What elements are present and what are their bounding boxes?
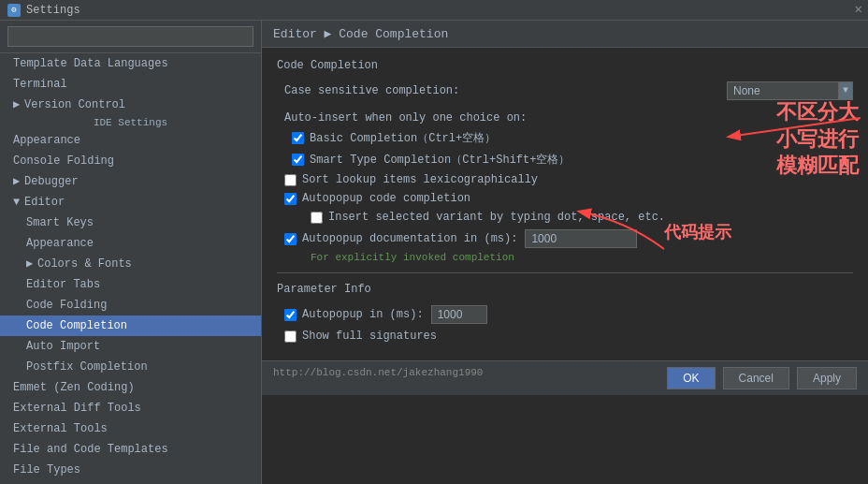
- close-button[interactable]: ✕: [855, 3, 862, 16]
- sidebar-item-appearance[interactable]: Appearance: [0, 233, 261, 254]
- autopopup-code-row: Autopopup code completion: [277, 192, 853, 205]
- autopopup-code-checkbox[interactable]: [284, 193, 297, 205]
- sort-lookup-checkbox[interactable]: [284, 174, 297, 186]
- content-body: Code Completion Case sensitive completio…: [262, 48, 868, 395]
- param-info-title: Parameter Info: [277, 283, 853, 296]
- autopopup-doc-checkbox[interactable]: [284, 233, 297, 245]
- content-header: Editor ▶ Code Completion: [262, 21, 868, 48]
- show-full-sig-label: Show full signatures: [302, 330, 437, 343]
- sidebar-item-code-folding[interactable]: Code Folding: [0, 295, 261, 315]
- sidebar-item-file-types[interactable]: File Types: [0, 460, 261, 480]
- basic-completion-row: Basic Completion（Ctrl+空格）: [277, 130, 853, 146]
- search-bar: [0, 21, 261, 53]
- case-sensitive-row: Case sensitive completion: None First le…: [277, 81, 853, 100]
- sidebar-item-editor-tabs[interactable]: Editor Tabs: [0, 274, 261, 295]
- smart-type-completion-row: Smart Type Completion（Ctrl+Shift+空格）: [277, 152, 853, 168]
- explicit-invocation-hint: For explicitly invoked completion: [277, 252, 853, 263]
- sidebar-item-emmet[interactable]: Emmet (Zen Coding): [0, 377, 261, 398]
- auto-insert-label: Auto-insert when only one choice on:: [277, 111, 853, 125]
- section-title: Code Completion: [277, 59, 853, 72]
- title-bar: ⚙ Settings ✕: [0, 0, 868, 21]
- insert-selected-checkbox[interactable]: [311, 212, 323, 224]
- sidebar-item-version-control[interactable]: ▶Version Control: [0, 95, 261, 115]
- sidebar-item-appearance-top[interactable]: Appearance: [0, 130, 261, 151]
- sidebar-item-general[interactable]: General: [0, 480, 261, 484]
- settings-icon: ⚙: [7, 4, 21, 17]
- url-watermark: http://blog.csdn.net/jakezhang1990: [273, 367, 483, 389]
- section-divider: [277, 272, 853, 273]
- sidebar-item-smart-keys[interactable]: Smart Keys: [0, 213, 261, 233]
- breadcrumb: Editor ▶ Code Completion: [273, 27, 448, 41]
- smart-type-completion-checkbox[interactable]: [292, 154, 304, 166]
- smart-type-completion-label: Smart Type Completion（Ctrl+Shift+空格）: [310, 152, 570, 168]
- window-title: Settings: [26, 4, 80, 17]
- autopopup-doc-input[interactable]: [525, 229, 637, 248]
- sidebar-item-external-tools[interactable]: External Tools: [0, 418, 261, 439]
- chinese-annotation: 不区分大 小写进行 模糊匹配: [776, 99, 859, 180]
- autopopup-code-label: Autopopup code completion: [302, 192, 470, 205]
- sidebar-item-external-diff[interactable]: External Diff Tools: [0, 398, 261, 418]
- case-sensitive-dropdown[interactable]: None First letter All letters: [727, 81, 839, 100]
- sidebar: Template Data Languages Terminal ▶Versio…: [0, 21, 262, 484]
- param-autopopup-row: Autopopup in (ms):: [277, 305, 853, 324]
- sidebar-item-postfix-completion[interactable]: Postfix Completion: [0, 357, 261, 377]
- search-input[interactable]: [7, 26, 253, 47]
- sort-lookup-label: Sort lookup items lexicographically: [302, 173, 538, 186]
- sidebar-item-template-data-languages[interactable]: Template Data Languages: [0, 53, 261, 74]
- sidebar-item-auto-import[interactable]: Auto Import: [0, 336, 261, 357]
- sidebar-item-editor[interactable]: ▼Editor: [0, 192, 261, 213]
- sidebar-item-colors-fonts[interactable]: ▶Colors & Fonts: [0, 254, 261, 274]
- show-full-sig-row: Show full signatures: [277, 330, 853, 343]
- cancel-button[interactable]: Cancel: [723, 367, 789, 389]
- autopopup-doc-label: Autopopup documentation in (ms):: [302, 232, 517, 245]
- case-sensitive-label: Case sensitive completion:: [284, 84, 727, 97]
- apply-button[interactable]: Apply: [797, 367, 857, 389]
- sidebar-item-debugger[interactable]: ▶Debugger: [0, 171, 261, 192]
- ok-button[interactable]: OK: [667, 367, 715, 389]
- ide-settings-label: IDE Settings: [0, 115, 261, 130]
- autopopup-doc-row: Autopopup documentation in (ms):: [277, 229, 853, 248]
- basic-completion-label: Basic Completion（Ctrl+空格）: [310, 130, 496, 146]
- insert-selected-row: Insert selected variant by typing dot, s…: [277, 211, 853, 224]
- insert-selected-label: Insert selected variant by typing dot, s…: [328, 211, 665, 224]
- case-sensitive-dropdown-wrapper: None First letter All letters ▼: [727, 81, 853, 100]
- dropdown-arrow-icon[interactable]: ▼: [839, 81, 853, 100]
- sidebar-item-file-code-templates[interactable]: File and Code Templates: [0, 439, 261, 460]
- bottom-bar: http://blog.csdn.net/jakezhang1990 OK Ca…: [262, 360, 868, 395]
- sort-lookup-row: Sort lookup items lexicographically: [277, 173, 853, 186]
- sidebar-item-console-folding[interactable]: Console Folding: [0, 151, 261, 171]
- param-autopopup-label: Autopopup in (ms):: [302, 308, 424, 321]
- param-autopopup-input[interactable]: [431, 305, 487, 324]
- sidebar-item-terminal[interactable]: Terminal: [0, 74, 261, 95]
- param-autopopup-checkbox[interactable]: [284, 309, 297, 321]
- main-layout: Template Data Languages Terminal ▶Versio…: [0, 21, 868, 484]
- content-area: Editor ▶ Code Completion Code Completion…: [262, 21, 868, 484]
- basic-completion-checkbox[interactable]: [292, 132, 304, 144]
- show-full-sig-checkbox[interactable]: [284, 330, 297, 343]
- sidebar-item-code-completion[interactable]: Code Completion: [0, 315, 261, 336]
- code-hint-annotation: 代码提示: [664, 221, 731, 243]
